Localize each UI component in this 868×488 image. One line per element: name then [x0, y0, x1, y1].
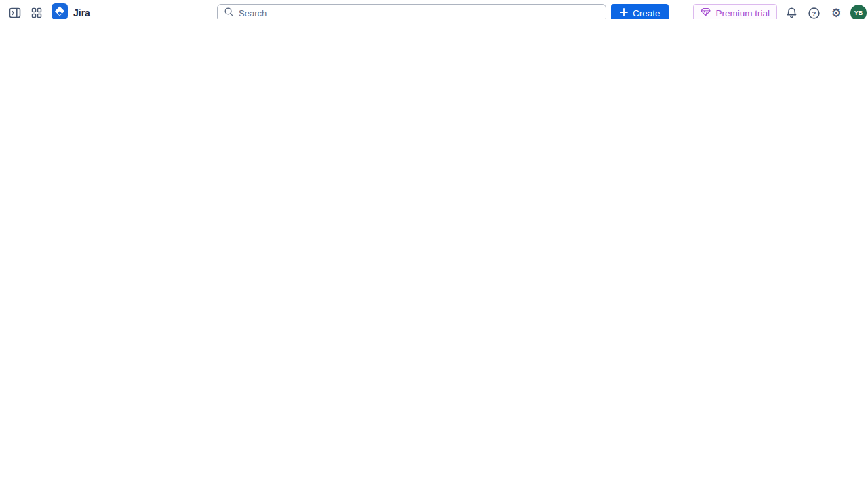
gem-icon [701, 7, 711, 19]
plus-icon [619, 7, 629, 19]
user-avatar[interactable]: YB [850, 5, 867, 19]
app-switcher-icon[interactable] [31, 7, 43, 19]
premium-trial-button[interactable]: Premium trial [693, 4, 777, 19]
svg-text:?: ? [812, 9, 816, 16]
page: Jira Create Premium trial [0, 0, 868, 19]
expand-sidebar-icon[interactable] [8, 6, 22, 19]
global-search[interactable] [217, 4, 606, 19]
notifications-bell-icon[interactable] [783, 5, 800, 19]
jira-logo-icon [52, 3, 68, 19]
top-navigation-bar: Jira Create Premium trial [0, 0, 868, 19]
create-button[interactable]: Create [611, 4, 669, 19]
app-name: Jira [73, 7, 90, 18]
search-input[interactable] [239, 8, 599, 18]
search-icon [224, 7, 234, 20]
help-icon[interactable]: ? [806, 5, 822, 19]
settings-gear-icon[interactable]: ⚙ [828, 5, 844, 19]
jira-home-link[interactable]: Jira [52, 3, 90, 19]
